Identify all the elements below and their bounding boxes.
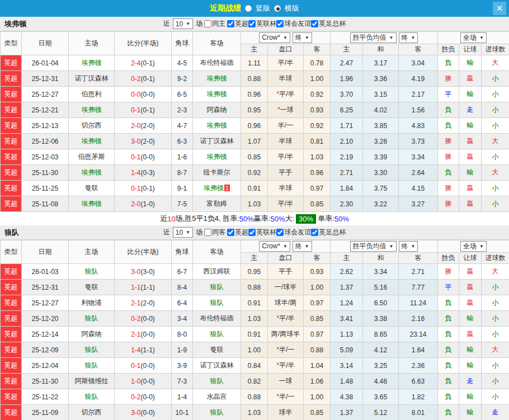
mean-stage-select[interactable]: 终▼: [399, 32, 418, 43]
mean-stage-select[interactable]: 终▼: [399, 241, 418, 252]
col-away: 客场: [193, 240, 241, 264]
bookmaker-select[interactable]: Crow*▼: [259, 32, 290, 43]
league-filter[interactable]: 英超: [227, 19, 248, 29]
league-filter[interactable]: 英足总杯: [311, 19, 346, 29]
result-handicap-cell: 贏: [459, 181, 482, 196]
mean-draw-cell: 4.12: [363, 342, 399, 358]
mean-odds-select[interactable]: 胜平负均值▼: [350, 32, 397, 43]
home-team-cell: 狼队: [69, 311, 115, 327]
team-name: 狼队: [4, 228, 19, 238]
match-row: 英超25-11-09切尔西3-0(0-0)10-1狼队1.03球半0.851.3…: [1, 405, 509, 420]
changed-odds-marker: *: [276, 393, 279, 400]
league-checkbox[interactable]: [311, 229, 318, 236]
summary-row: 近10场,胜5平1负4, 胜率:50% 赢率:50% 大:30% 单率:50%: [0, 212, 509, 225]
result-goals-cell: 大: [482, 165, 509, 181]
summary-segment: 50%: [239, 215, 254, 223]
result-goals-cell: 小: [482, 280, 509, 295]
mean-draw-cell: 3.30: [363, 165, 399, 181]
date-cell: 25-12-13: [22, 118, 69, 134]
corners-cell: 7-3: [172, 374, 193, 389]
league-filter[interactable]: 英超: [227, 228, 248, 237]
col-res-wdl: 胜负: [438, 253, 459, 264]
match-row: 英超26-01-03狼队3-0(3-0)6-7西汉姆联0.95平手0.932.6…: [1, 264, 509, 280]
mean-draw-cell: 3.75: [363, 181, 399, 196]
home-team-cell: 埃弗顿: [69, 102, 115, 118]
odds-stage-select[interactable]: 终▼: [293, 241, 312, 252]
bookmaker-select[interactable]: Crow*▼: [259, 241, 290, 252]
date-cell: 25-11-30: [22, 165, 69, 181]
away-team-cell: 狼队: [193, 280, 241, 295]
chevron-down-icon: ▼: [283, 35, 288, 40]
league-checkbox[interactable]: [276, 229, 284, 236]
col-type: 类型: [1, 32, 22, 55]
horizontal-layout-radio[interactable]: [274, 5, 281, 12]
league-filter[interactable]: 球会友谊: [276, 228, 311, 237]
home-odds-cell: 0.96: [241, 118, 268, 134]
handicap-cell: 平手: [268, 165, 304, 181]
date-cell: 25-12-03: [22, 149, 69, 165]
league-checkbox[interactable]: [248, 229, 256, 236]
same-venue-filter[interactable]: 同主: [204, 19, 225, 29]
mean-odds-select[interactable]: 胜平负均值▼: [350, 241, 397, 252]
home-odds-cell: 0.95: [241, 264, 268, 280]
league-checkbox[interactable]: [248, 20, 256, 27]
mean-home-cell: 1.37: [331, 405, 363, 420]
handicap-cell: *平/半: [268, 358, 304, 374]
league-checkbox[interactable]: [227, 229, 234, 236]
result-goals-cell: 小: [482, 295, 509, 311]
same-venue-filter[interactable]: 同客: [204, 228, 225, 237]
result-handicap-cell: 贏: [459, 327, 482, 342]
league-checkbox[interactable]: [311, 20, 318, 27]
same-venue-checkbox[interactable]: [204, 20, 211, 27]
league-checkbox[interactable]: [227, 20, 234, 27]
result-goals-cell: 小: [482, 71, 509, 87]
away-team-cell: 诺丁汉森林: [193, 134, 241, 149]
mean-home-cell: 1.96: [331, 71, 363, 87]
close-button[interactable]: ✕: [493, 2, 506, 15]
fullmatch-select[interactable]: 全场▼: [460, 241, 487, 252]
result-wdl-cell: 負: [438, 389, 459, 405]
score-cell: 1-1(1-1): [115, 280, 172, 295]
away-odds-cell: 0.97: [304, 181, 331, 196]
result-wdl-cell: 負: [438, 405, 459, 420]
away-team-cell: 曼联: [193, 342, 241, 358]
league-filter[interactable]: 球会友谊: [276, 19, 311, 29]
league-filter[interactable]: 英足总杯: [311, 228, 346, 237]
league-checkbox[interactable]: [276, 20, 284, 27]
mean-draw-cell: 4.46: [363, 374, 399, 389]
match-count-select[interactable]: 10▼: [173, 227, 193, 238]
vertical-layout-radio[interactable]: [245, 5, 252, 12]
league-type-cell: 英超: [1, 181, 22, 196]
mean-draw-cell: 3.65: [363, 389, 399, 405]
away-odds-cell: 0.96: [304, 165, 331, 181]
handicap-cell: 半球: [268, 134, 304, 149]
home-odds-cell: 0.88: [241, 389, 268, 405]
chevron-down-icon: ▼: [305, 244, 309, 249]
same-venue-checkbox[interactable]: [204, 229, 211, 236]
close-icon: ✕: [496, 3, 503, 13]
mean-away-cell: 3.34: [399, 149, 438, 165]
mean-home-cell: 3.41: [331, 311, 363, 327]
league-filter[interactable]: 英联杯: [248, 228, 276, 237]
odds-stage-select[interactable]: 终▼: [293, 32, 312, 43]
chevron-down-icon: ▼: [283, 244, 288, 249]
home-odds-cell: 0.91: [241, 327, 268, 342]
mean-home-cell: 3.70: [331, 87, 363, 102]
corners-cell: 6-3: [172, 134, 193, 149]
match-count-select[interactable]: 10▼: [173, 18, 193, 29]
handicap-cell: 半/一: [268, 118, 304, 134]
mean-home-cell: 2.10: [331, 134, 363, 149]
recent-results-popup: 近期战绩 竖版 横版 ✕ 埃弗顿 近 10▼ 场 同主 英超英: [0, 0, 509, 420]
mean-odds-group-header: 胜平负均值▼终▼: [331, 32, 438, 44]
score-cell: 2-1(2-0): [115, 295, 172, 311]
result-goals-cell: 小: [482, 311, 509, 327]
fullmatch-select[interactable]: 全场▼: [460, 32, 487, 43]
vertical-layout-label[interactable]: 竖版: [256, 3, 270, 13]
league-filter[interactable]: 英联杯: [248, 19, 276, 29]
date-cell: 25-12-06: [22, 134, 69, 149]
score-cell: 3-0(3-0): [115, 264, 172, 280]
horizontal-layout-label[interactable]: 横版: [285, 3, 299, 13]
match-row: 英超25-12-06埃弗顿3-0(2-0)6-3诺丁汉森林1.07半球0.812…: [1, 134, 509, 149]
home-team-cell: 狼队: [69, 264, 115, 280]
match-row: 英超26-01-04埃弗顿2-4(0-1)4-5布伦特福德1.11平/半0.78…: [1, 55, 509, 71]
